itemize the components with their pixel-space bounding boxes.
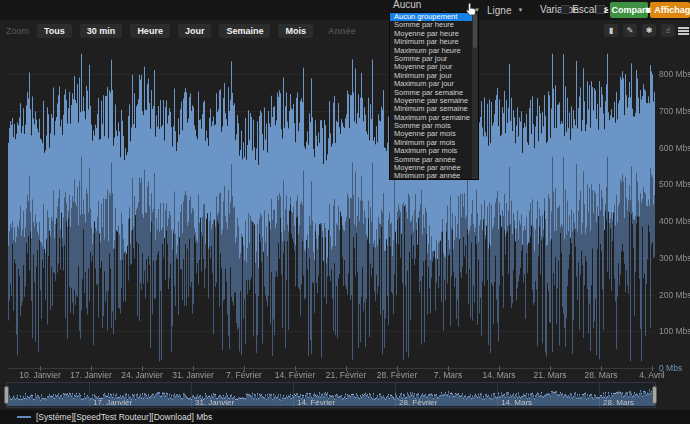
chart-tool-icons: ▮✎✱☝ — [604, 24, 675, 37]
dropdown-option[interactable]: Aucun groupement — [390, 13, 478, 21]
navigator-label: 14. Mars — [501, 398, 532, 407]
main-chart[interactable] — [0, 42, 690, 380]
x-axis-label: 14. Mars — [482, 370, 515, 380]
legend-color-dash — [17, 416, 31, 418]
dropdown-option[interactable]: Minimum par semaine — [390, 105, 478, 113]
grouping-dropdown-menu: Aucun groupementSomme par heureMoyenne p… — [389, 12, 479, 180]
navigator-label: 14. Février — [297, 398, 335, 407]
navigator-label: 31. Janvier — [195, 398, 234, 407]
dropdown-option[interactable]: Somme par mois — [390, 122, 478, 130]
dropdown-option[interactable]: Moyenne par année — [390, 164, 478, 172]
x-axis-label: 28. Février — [377, 370, 418, 380]
range-button-jour[interactable]: Jour — [178, 24, 212, 38]
x-axis-label: 4. Avril — [639, 370, 664, 380]
legend: [Système][SpeedTest Routeur][Download] M… — [0, 410, 690, 424]
dropdown-option[interactable]: Somme par semaine — [390, 89, 478, 97]
y-axis-label: 800 Mbs — [659, 69, 690, 79]
dropdown-option[interactable]: Moyenne par heure — [390, 30, 478, 38]
x-axis-label: 7. Mars — [434, 370, 462, 380]
dropdown-option[interactable]: Maximum par heure — [390, 47, 478, 55]
x-axis-label: 21. Février — [326, 370, 367, 380]
y-axis-label: 700 Mbs — [659, 106, 690, 116]
zoom-label: Zoom — [6, 26, 29, 36]
dropdown-scrollbar[interactable] — [472, 13, 478, 179]
x-axis-label: 10. Janvier — [19, 370, 61, 380]
dropdown-option[interactable]: Minimum par mois — [390, 139, 478, 147]
navigator-handle-right[interactable] — [652, 386, 657, 404]
gear-icon[interactable]: ✱ — [642, 24, 656, 37]
range-button-30-min[interactable]: 30 min — [80, 24, 123, 38]
chart-type-select-value: Ligne — [487, 5, 511, 16]
range-button-année: Année — [321, 24, 363, 38]
range-button-mois[interactable]: Mois — [278, 24, 313, 38]
close-icon: ✖ — [645, 6, 652, 15]
x-axis-label: 7. Février — [226, 370, 262, 380]
navigator-label: 28. Février — [399, 398, 437, 407]
y-axis-label: 300 Mbs — [659, 253, 690, 263]
topbar: Aucun groupement ▼ Ligne ▼ Variation Esc… — [0, 0, 690, 20]
dropdown-option[interactable]: Maximum par mois — [390, 147, 478, 155]
range-button-tous[interactable]: Tous — [37, 24, 72, 38]
pencil-icon[interactable]: ✎ — [623, 24, 637, 37]
navigator-label: 28. Mars — [603, 398, 634, 407]
variation-checkbox[interactable] — [561, 5, 570, 14]
zoom-toolbar: Zoom Tous30 minHeureJourSemaineMoisAnnée — [0, 21, 690, 41]
dropdown-option[interactable]: Moyenne par mois — [390, 130, 478, 138]
range-button-heure[interactable]: Heure — [130, 24, 170, 38]
dropdown-option[interactable]: Somme par heure — [390, 21, 478, 29]
dropdown-option[interactable]: Somme par année — [390, 156, 478, 164]
x-axis-label: 24. Janvier — [121, 370, 163, 380]
dropdown-option[interactable]: Minimum par année — [390, 172, 478, 180]
dropdown-option[interactable]: Moyenne par semaine — [390, 97, 478, 105]
display-button[interactable]: ✖ Affichage — [650, 2, 690, 18]
range-buttons: Tous30 minHeureJourSemaineMoisAnnée — [37, 24, 362, 38]
x-axis-label: 17. Janvier — [70, 370, 112, 380]
chevron-down-icon: ▼ — [517, 7, 523, 13]
range-button-semaine[interactable]: Semaine — [219, 24, 270, 38]
navigator-handle-left[interactable] — [4, 386, 9, 404]
y-axis-label: 400 Mbs — [659, 216, 690, 226]
navigator-label: 17. Janvier — [93, 398, 132, 407]
compare-button[interactable]: ≥ Comparer — [610, 2, 648, 18]
chart-type-select[interactable]: Ligne ▼ — [487, 2, 533, 18]
x-axis-label: 28. Mars — [584, 370, 617, 380]
dropdown-scrollbar-thumb[interactable] — [473, 14, 477, 48]
y-axis-label: 600 Mbs — [659, 143, 690, 153]
hamburger-menu-icon[interactable] — [678, 27, 689, 29]
dropdown-option[interactable]: Somme par jour — [390, 55, 478, 63]
compare-icon: ≥ — [604, 6, 608, 15]
x-axis-label: 31. Janvier — [172, 370, 214, 380]
dropdown-option[interactable]: Maximum par semaine — [390, 114, 478, 122]
x-axis-label: 21. Mars — [533, 370, 566, 380]
x-axis-label: 14. Février — [275, 370, 316, 380]
dropdown-option[interactable]: Moyenne par jour — [390, 63, 478, 71]
dropdown-option[interactable]: Minimum par heure — [390, 38, 478, 46]
y-axis-label: 100 Mbs — [659, 326, 690, 336]
legend-series-label[interactable]: [Système][SpeedTest Routeur][Download] M… — [36, 412, 212, 422]
y-axis-label: 500 Mbs — [659, 179, 690, 189]
history-chart-panel: Aucun groupement ▼ Ligne ▼ Variation Esc… — [0, 0, 690, 424]
dropdown-option[interactable]: Maximum par jour — [390, 80, 478, 88]
bar-icon[interactable]: ▮ — [604, 24, 618, 37]
hand-icon[interactable]: ☝ — [661, 24, 675, 37]
dropdown-option[interactable]: Minimum par jour — [390, 72, 478, 80]
y-axis-label: 200 Mbs — [659, 290, 690, 300]
